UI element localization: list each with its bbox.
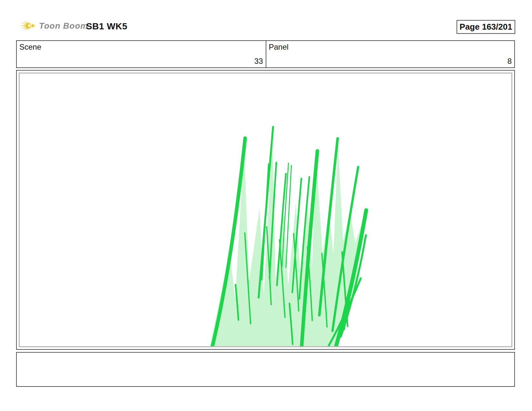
storyboard-page: Toon Boom SB1 WK5 Page 163/201 Scene 33 … (0, 0, 532, 411)
panel-cell: Panel 8 (266, 41, 515, 67)
page-number-box: Page 163/201 (457, 20, 515, 34)
project-title: SB1 WK5 (86, 21, 127, 32)
toonboom-logo-text: Toon Boom (39, 21, 88, 31)
scene-panel-row: Scene 33 Panel 8 (16, 40, 515, 68)
scene-value: 33 (254, 57, 263, 66)
toonboom-brand: Toon Boom (18, 18, 88, 34)
panel-canvas (19, 73, 512, 347)
panel-label: Panel (269, 43, 289, 52)
scene-label: Scene (19, 43, 41, 52)
panel-frame (16, 70, 515, 350)
grass-artwork (20, 73, 511, 346)
scene-cell: Scene 33 (17, 41, 266, 67)
toonboom-logo-icon (18, 17, 36, 34)
panel-value: 8 (507, 57, 512, 66)
caption-box (16, 352, 515, 387)
